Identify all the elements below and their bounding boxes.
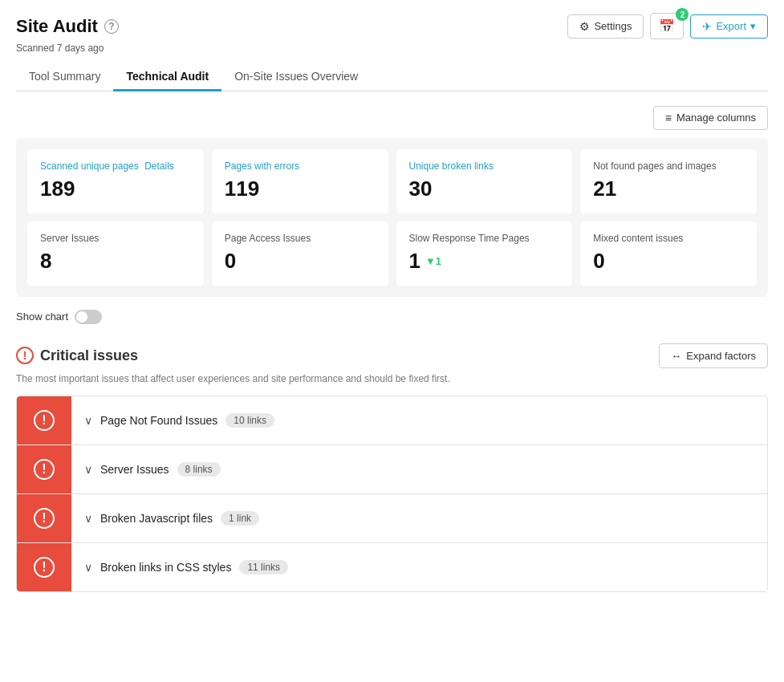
warning-icon: ! xyxy=(16,347,34,364)
stat-value-scanned: 189 xyxy=(40,177,191,201)
issue-content-server: ∨ Server Issues 8 links xyxy=(71,451,767,488)
details-link[interactable]: Details xyxy=(144,160,174,172)
toolbar: ≡ Manage columns xyxy=(16,106,768,130)
scanned-info: Scanned 7 days ago xyxy=(16,43,768,54)
columns-icon: ≡ xyxy=(665,112,672,124)
calendar-button[interactable]: 📅 2 xyxy=(650,13,684,39)
stat-value-broken-links: 30 xyxy=(409,177,560,201)
stat-value-slow-response: 1 ▼1 xyxy=(409,249,560,274)
calendar-badge: 2 xyxy=(676,8,689,21)
issue-name: Broken Javascript files xyxy=(100,512,213,525)
export-button[interactable]: ✈ Export ▾ xyxy=(690,14,768,39)
settings-button[interactable]: ⚙ Settings xyxy=(567,14,644,39)
exclamation-icon: ! xyxy=(34,410,55,431)
stat-label-slow-response: Slow Response Time Pages xyxy=(409,233,560,244)
issue-badge: 10 links xyxy=(225,413,274,428)
show-chart-label: Show chart xyxy=(16,311,68,323)
chevron-down-icon: ▾ xyxy=(750,20,756,32)
stat-card-unique-broken-links: Unique broken links 30 xyxy=(396,149,573,213)
issue-row: ! ∨ Broken Javascript files 1 link xyxy=(17,494,767,543)
manage-columns-button[interactable]: ≡ Manage columns xyxy=(653,106,768,130)
stat-value-pages-errors: 119 xyxy=(225,177,376,201)
issue-content-broken-js: ∨ Broken Javascript files 1 link xyxy=(71,500,767,537)
issue-indicator-server: ! xyxy=(17,445,71,493)
issue-content-page-not-found: ∨ Page Not Found Issues 10 links xyxy=(71,402,767,439)
exclamation-icon: ! xyxy=(34,459,55,480)
issue-content-broken-css: ∨ Broken links in CSS styles 11 links xyxy=(71,549,767,586)
expand-icon: ↔ xyxy=(671,350,681,362)
stat-card-not-found: Not found pages and images 21 xyxy=(580,149,757,213)
critical-title: ! Critical issues xyxy=(16,347,138,364)
help-icon[interactable]: ? xyxy=(104,19,119,34)
stat-card-scanned-unique-pages: Scanned unique pages Details 189 xyxy=(27,149,204,213)
calendar-icon: 📅 xyxy=(659,18,675,34)
stat-label-pages-errors[interactable]: Pages with errors xyxy=(225,160,376,172)
stat-card-slow-response: Slow Response Time Pages 1 ▼1 xyxy=(396,221,573,286)
gear-icon: ⚙ xyxy=(579,20,590,33)
issue-row: ! ∨ Page Not Found Issues 10 links xyxy=(17,396,767,445)
toggle-knob xyxy=(76,311,87,323)
chevron-icon[interactable]: ∨ xyxy=(84,561,92,574)
tab-tool-summary[interactable]: Tool Summary xyxy=(16,63,113,91)
stat-value-not-found: 21 xyxy=(593,177,744,201)
chevron-icon[interactable]: ∨ xyxy=(84,512,92,525)
stat-value-server: 8 xyxy=(40,249,191,274)
stat-card-pages-with-errors: Pages with errors 119 xyxy=(212,149,388,213)
issue-row: ! ∨ Server Issues 8 links xyxy=(17,445,767,494)
export-icon: ✈ xyxy=(702,20,712,33)
issue-name: Broken links in CSS styles xyxy=(100,561,231,574)
stat-card-mixed-content: Mixed content issues 0 xyxy=(580,221,757,286)
critical-section: ! Critical issues ↔ Expand factors The m… xyxy=(16,343,768,592)
chevron-icon[interactable]: ∨ xyxy=(84,463,92,476)
issue-list: ! ∨ Page Not Found Issues 10 links ! ∨ S… xyxy=(16,396,768,592)
trend-indicator: ▼1 xyxy=(425,255,441,267)
header-actions: ⚙ Settings 📅 2 ✈ Export ▾ xyxy=(567,13,768,39)
issue-badge: 8 links xyxy=(177,462,221,477)
stat-card-server-issues: Server Issues 8 xyxy=(27,221,204,286)
page-title: Site Audit ? xyxy=(16,16,119,37)
chevron-icon[interactable]: ∨ xyxy=(84,414,92,427)
stat-label-not-found: Not found pages and images xyxy=(593,160,744,172)
issue-badge: 11 links xyxy=(239,560,288,574)
show-chart-toggle[interactable] xyxy=(75,310,102,324)
expand-factors-button[interactable]: ↔ Expand factors xyxy=(659,343,768,368)
stat-label-page-access: Page Access Issues xyxy=(225,233,376,244)
stat-label-server: Server Issues xyxy=(40,233,191,244)
issue-name: Page Not Found Issues xyxy=(100,414,217,427)
tab-technical-audit[interactable]: Technical Audit xyxy=(113,63,221,91)
tab-on-site-issues[interactable]: On-Site Issues Overview xyxy=(221,63,371,91)
stat-label-broken-links[interactable]: Unique broken links xyxy=(409,160,560,172)
stat-card-page-access: Page Access Issues 0 xyxy=(212,221,388,286)
critical-description: The most important issues that affect us… xyxy=(16,373,768,384)
stats-grid: Scanned unique pages Details 189 Pages w… xyxy=(16,138,768,297)
issue-row: ! ∨ Broken links in CSS styles 11 links xyxy=(17,543,767,591)
tabs-nav: Tool Summary Technical Audit On-Site Iss… xyxy=(16,63,768,91)
issue-indicator-broken-js: ! xyxy=(17,494,71,542)
issue-name: Server Issues xyxy=(100,463,169,476)
exclamation-icon: ! xyxy=(34,508,55,529)
exclamation-icon: ! xyxy=(34,557,55,578)
stat-label-mixed-content: Mixed content issues xyxy=(593,233,744,244)
issue-indicator-page-not-found: ! xyxy=(17,396,71,445)
stat-label-scanned[interactable]: Scanned unique pages Details xyxy=(40,160,191,172)
stat-value-page-access: 0 xyxy=(225,249,376,274)
show-chart-row: Show chart xyxy=(16,310,768,324)
critical-header: ! Critical issues ↔ Expand factors xyxy=(16,343,768,368)
issue-indicator-broken-css: ! xyxy=(17,543,71,591)
issue-badge: 1 link xyxy=(221,511,259,526)
stat-value-mixed-content: 0 xyxy=(593,249,744,274)
